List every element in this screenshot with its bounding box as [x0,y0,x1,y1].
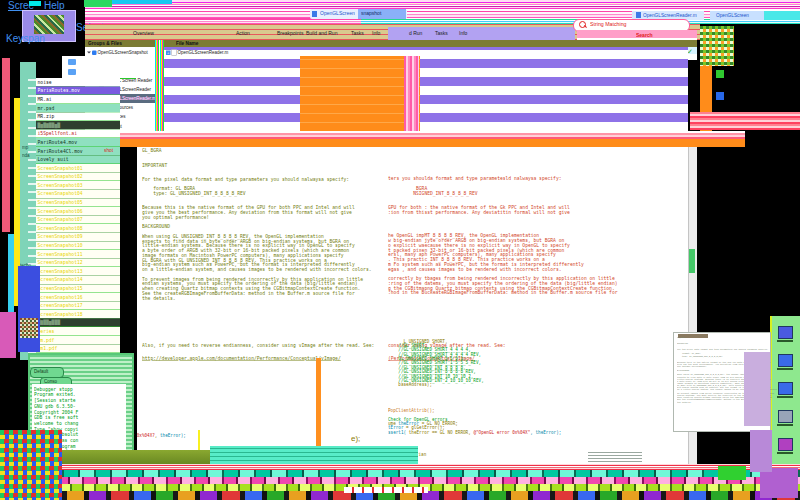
file-list-area [164,47,688,131]
file-row-label: OpenGLScreenReader.m [178,50,229,55]
file-list-row[interactable]: +OpenGLScreenReader.m [165,48,315,57]
glitch-text-fragment: mp [22,145,28,150]
glitch-band [690,112,800,130]
code-block-formats: L_UNSIGNED_SHORT, //GL_SHORT, //GL_UNSIG… [388,339,688,387]
glitch-bar [2,58,10,232]
glitch-square [716,70,724,78]
finder-list-item[interactable]: ScreenSnapshot16 [36,293,120,302]
glitch-text-fragment: nda [22,153,30,158]
toolbar-action-button[interactable]: Action [236,31,250,36]
finder-list-item[interactable]: ScreenSnapshot08 [36,224,120,233]
glitch-taskbar-row [0,470,800,477]
glitch-line: :hod in the BuckeateRGBImageFromBufferDa… [388,290,718,295]
finder-list-item[interactable]: i5Spellfont.ai [36,130,120,139]
finder-list-item[interactable]: mr.psd [36,104,120,113]
toolbar-breakpoints-button[interactable]: Breakpoints [277,31,303,36]
glitch-toolbar-label: Tasks [435,31,448,36]
desktop-label-keyspan: Keyspan [6,33,45,44]
search-column-header: Search [636,32,653,38]
glitch-bar [8,234,14,312]
glitch-block [760,468,798,498]
finder-list-item[interactable]: ScreenSnapshot07 [36,216,120,225]
glitch-noise-block [0,430,62,500]
glitch-band [84,0,112,7]
finder-list-item[interactable]: sm.pdf [36,336,120,345]
finder-list-item[interactable]: ScreenSnapshot05 [36,198,120,207]
glitched-desktop-screenshot: Scree Help Keyspan Select OpenGLScreen s… [0,0,800,500]
glitch-noise-block [700,26,734,66]
finder-list-header-rows [62,56,136,79]
finder-list-item[interactable]: ParisRoutes.mov [36,87,120,96]
console-button-label: Conso [44,379,57,384]
toolbar-tasks-button[interactable]: Tasks [351,31,364,36]
code-line: dIfNecessarian [390,452,590,456]
scrollbar-thumb[interactable] [689,249,695,273]
finder-list-item[interactable]: ScreenSnapshot14 [36,276,120,285]
glitch-block [744,352,770,426]
code-line: ssert1( theError == GL_NO_ERROR, @"OpenG… [388,430,688,434]
search-input-value: String Matching [590,21,626,27]
toolbar-overview-button[interactable]: Overview [133,31,154,36]
finder-list-item[interactable]: ScreenSnapshot13 [36,267,120,276]
glitch-toolbar-label: Info [459,31,467,36]
glitch-block [210,446,418,464]
finder-list-item[interactable]: ScreenSnapshot06 [36,207,120,216]
finder-list-item[interactable]: ScreenSnapshot12 [36,258,120,267]
finder-list-item[interactable]: ScreenSnapshot17 [36,301,120,310]
code-block-error-check: Check for OpenGL errorsume theError = GL… [388,417,688,434]
console-button-label: Default [34,369,48,374]
finder-list-item[interactable]: ScreenSnapshot09 [36,233,120,242]
glitch-taskbar-row [0,477,800,484]
project-icon [92,50,97,55]
search-icon [579,21,586,28]
finder-list-item[interactable]: sm1.pdf [36,344,120,353]
finder-list-item[interactable]: ScreenSnapshot02 [36,173,120,182]
glitch-menu-block [29,1,41,6]
preview-thumbnail [34,15,64,34]
document-icon [636,12,641,18]
finder-list-item[interactable]: ScreenSnapshot15 [36,284,120,293]
finder-list-item[interactable]: noise [36,78,120,87]
disclosure-open-icon[interactable] [87,52,91,56]
finder-list-item[interactable]: ScreenSnapshot03 [36,181,120,190]
glitch-toolbar-label: d Run [409,31,422,36]
glitch-band [112,0,172,4]
desktop-icon[interactable] [778,438,793,451]
toolbar-info-button[interactable]: Info [372,31,380,36]
file-name-column-header[interactable]: File Name [176,41,198,47]
tree-item-label: OpenGLScreenSnapshot [98,50,148,55]
glitch-block [764,11,800,20]
code-line: PopClientAttrib(); [388,408,688,412]
glitch-text-fragment: shot [104,147,113,153]
glitch-block [300,56,420,131]
code-line: · error 0x%04X?, theError); [116,433,366,437]
desktop-icon[interactable] [778,410,793,423]
finder-list-item[interactable]: ScreenSnapshot01 [36,164,120,173]
finder-list-item[interactable]: ScreenSnapshot18 [36,310,120,319]
tab-label: OpenGLScreenReader.m [643,13,697,18]
window-title: OpenGLScreen [320,11,355,16]
finder-list-item[interactable]: MR.ai [36,95,120,104]
finder-list-item[interactable]: ScreenSnapshot11 [36,250,120,259]
code-block-fragment: redIfNecessarian [390,448,590,457]
finder-list-item[interactable]: ScreenSnapshot04 [36,190,120,199]
glitch-block [750,430,772,472]
finder-list-item[interactable]: Lovely suit [36,155,120,164]
finder-list-item[interactable]: ScreenSnapshot10 [36,241,120,250]
finder-list-item[interactable]: series [36,327,120,336]
glitch-band [85,131,745,139]
glitch-taskbar-segment [344,487,428,493]
finder-list-item[interactable]: PariRoute4.mov [36,138,120,147]
glitch-code-fragment: e); [351,434,401,443]
window-title-selected-text: snapshot [361,11,381,16]
document-icon [312,11,317,17]
toolbar-build-and-run-button[interactable]: Build and Run [306,31,337,36]
tab-label: OpenGLScreen [716,13,749,18]
finder-list-item[interactable]: █▆█▇██▆█ [36,121,120,130]
file-icon [172,50,177,56]
finder-list-item[interactable]: █▇██▆███ [36,319,120,328]
finder-list-item[interactable]: MR.zip [36,112,120,121]
code-block-popattrib: PopClientAttrib(); [388,408,688,412]
checkbox-plus-icon[interactable]: + [166,50,171,55]
code-line: baseAddress); [388,382,688,386]
